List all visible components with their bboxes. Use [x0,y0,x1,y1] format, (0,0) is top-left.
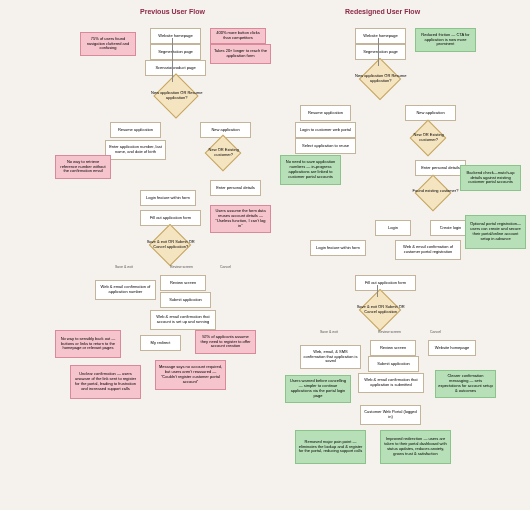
lbl-cancel-r: Cancel [430,330,441,334]
node-login-portal: Login to customer web portal [295,122,356,138]
note-backend-match: Backend check—match-up details against e… [460,165,521,191]
line [378,38,379,66]
lbl-cancel-l: Cancel [220,265,231,269]
line [377,285,378,297]
line [172,38,173,82]
lbl-review-r: Review screen [378,330,401,334]
node-enter-appnum: Enter application number, last name, and… [105,140,166,160]
node-segpage-l: Segmentation page [150,44,201,60]
note-removed-pain: Removed major pain point — eliminates th… [295,430,366,464]
node-homepage-r: Website homepage [355,28,406,44]
decision-new-existing-l: New OR Existing customer? [205,135,242,172]
note-clear-messaging: Clearer confirmation messaging — sets ex… [435,370,496,398]
note-unclear-confirm: Unclear confirmation — users unaware of … [70,365,141,399]
decision-save-l: Save & exit OR Submit OR Cancel applicat… [149,224,191,266]
decision-new-resume-r: New application OR Resume application? [359,58,401,100]
note-expect-account: 92% of applicants assume they need to re… [195,330,256,354]
note-confusing-nav: 75% of users found navigation cluttered … [80,32,136,56]
note-longer-reach: Takes 20× longer to reach the applicatio… [210,44,271,64]
note-reduced-friction: Reduced friction — CTA for application i… [415,28,476,52]
decision-save-r: Save & exit OR Submit OR Cancel applicat… [359,289,401,331]
decision-existing-match: Found existing customer? [415,175,452,212]
note-more-clicks: 400% more button clicks than competitors [210,28,266,44]
node-personal-l: Enter personal details [210,180,261,196]
node-fillout-r: Fill out application form [355,275,416,291]
node-newapp-l: New application [200,122,251,138]
node-email-portal: Web & email confirmation of customer por… [395,240,461,260]
decision-new-existing-r: New OR Existing customer? [410,120,447,157]
node-resume-r: Resume application [300,105,351,121]
node-login-r: Login [375,220,411,236]
right-title: Redesigned User Flow [345,8,420,15]
node-cust-portal: Customer Web Portal (logged in) [360,405,421,425]
note-opt-portal: Optional portal registration—users can c… [465,215,526,249]
node-homepage-l: Website homepage [150,28,201,44]
note-failed-reuse: Users assume the form data reuses accoun… [210,205,271,233]
lbl-review-l: Review screen [170,265,193,269]
node-review-r: Review screen [370,340,416,356]
note-cancel-warning: Users warned before cancelling — simpler… [285,375,351,403]
node-email-setup-l: Web & email confirmation that account is… [150,310,216,330]
left-title: Previous User Flow [140,8,205,15]
note-account-nonfunc: Message says no account required, but us… [155,360,226,390]
node-resume-l: Resume application [110,122,161,138]
node-homepage2: Website homepage [428,340,476,356]
node-newapp-r: New application [405,105,456,121]
node-review-l: Review screen [160,275,206,291]
note-no-retrieve: No way to retrieve reference number with… [55,155,111,179]
node-login-within-r: Login feature within form [310,240,366,256]
node-select-resume: Select application to reuse [295,138,356,154]
node-submit-r: Submit application [368,356,419,372]
node-email-submitted: Web & email confirmation that applicatio… [358,373,424,393]
lbl-save-l: Save & exit [115,265,133,269]
lbl-save-r: Save & exit [320,330,338,334]
node-email-confirm-l: Web & email confirmation of application … [95,280,156,300]
node-personal-r: Enter personal details [415,160,466,176]
note-no-exit: No way to sensibly back out — buttons or… [55,330,121,358]
node-email-sms: Web, email, & SMS confirmation that appl… [300,345,361,369]
note-improved-redirect: Improved redirection — users are taken t… [380,430,451,464]
node-login-within-l: Login feature within form [140,190,196,206]
node-submit-l: Submit application [160,292,211,308]
note-no-need-save: No need to save application numbers — in… [280,155,341,185]
decision-new-resume-l: New application OR Resume application? [153,73,198,118]
node-redirect-l: My redirect [140,335,181,351]
